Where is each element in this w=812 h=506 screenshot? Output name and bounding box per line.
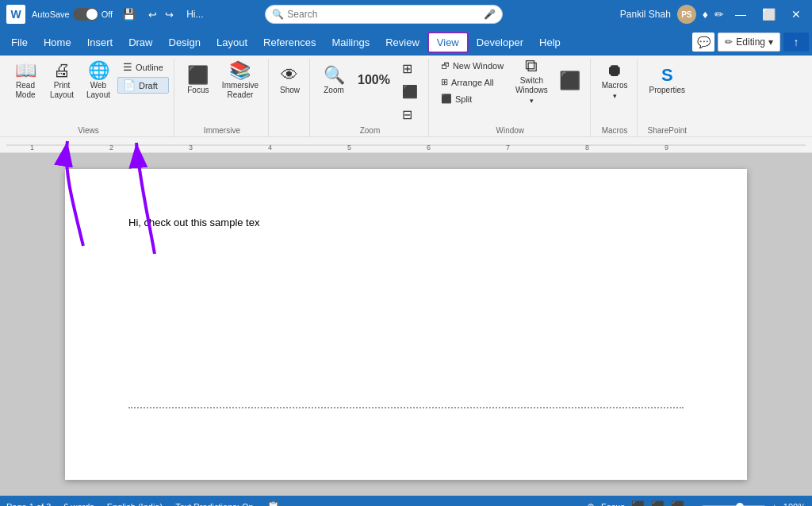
- search-input[interactable]: [287, 9, 481, 20]
- redo-button[interactable]: ↪: [162, 7, 177, 22]
- search-box[interactable]: 🔍 🎤: [265, 5, 503, 24]
- print-layout-icon: 🖨: [53, 62, 71, 79]
- read-mode-button[interactable]: 📖 ReadMode: [8, 59, 43, 103]
- immersive-group-label: Immersive: [204, 126, 240, 135]
- arrange-all-icon: ⊞: [441, 77, 448, 87]
- svg-text:6: 6: [427, 144, 431, 151]
- language-indicator: English (India): [107, 502, 163, 506]
- read-mode-icon: 📖: [15, 62, 36, 79]
- document-page: Hi, check out this sample tex: [65, 169, 747, 480]
- menu-mailings[interactable]: Mailings: [324, 33, 378, 52]
- zoom-group-label: Zoom: [360, 126, 381, 135]
- editing-chevron-icon: ▾: [768, 36, 773, 48]
- document-area[interactable]: Hi, check out this sample tex: [0, 153, 812, 496]
- draft-button[interactable]: 📄 Draft: [117, 77, 169, 94]
- autosave-switch[interactable]: [73, 8, 98, 21]
- share-button[interactable]: ↑: [783, 33, 809, 52]
- menu-view[interactable]: View: [427, 32, 469, 53]
- zoom-one-button[interactable]: ⊟: [396, 105, 423, 125]
- svg-text:5: 5: [347, 144, 351, 151]
- track-changes-icon: 📋: [266, 500, 280, 506]
- page-indicator: Page 1 of 3: [6, 502, 51, 506]
- new-window-button[interactable]: 🗗 New Window: [435, 59, 509, 73]
- document-text[interactable]: Hi, check out this sample tex: [128, 217, 684, 375]
- macros-label: Macros: [602, 81, 628, 90]
- status-bar: Page 1 of 3 6 words English (India) Text…: [0, 496, 812, 506]
- immersive-reader-icon: 📚: [229, 62, 251, 79]
- menu-help[interactable]: Help: [531, 33, 569, 52]
- undo-button[interactable]: ↩: [145, 7, 160, 22]
- immersive-reader-button[interactable]: 📚 ImmersiveReader: [217, 59, 263, 103]
- zoom-out-button[interactable]: −: [691, 502, 695, 506]
- print-layout-button[interactable]: 🖨 PrintLayout: [44, 59, 79, 103]
- switch-windows-chevron-icon: ▾: [530, 97, 534, 105]
- comment-button[interactable]: 💬: [692, 33, 714, 52]
- undo-redo-group: ↩ ↪: [145, 7, 177, 22]
- focus-button[interactable]: ⬛ Focus: [181, 59, 216, 103]
- user-avatar[interactable]: PS: [677, 5, 696, 24]
- split-icon: ⬛: [441, 94, 452, 104]
- show-button[interactable]: 👁 Show: [275, 59, 304, 103]
- menu-references[interactable]: References: [255, 33, 324, 52]
- arrange-all-button[interactable]: ⊞ Arrange All: [435, 75, 509, 90]
- menu-design[interactable]: Design: [161, 33, 209, 52]
- editing-button[interactable]: ✏ Editing ▾: [718, 33, 780, 52]
- close-button[interactable]: ✕: [787, 6, 806, 22]
- page-break: [128, 407, 684, 408]
- save-button[interactable]: 💾: [119, 5, 139, 24]
- switch-windows-button[interactable]: ⧉ SwitchWindows ▾: [511, 59, 553, 103]
- properties-label: Properties: [649, 86, 685, 95]
- macros-group-label: Macros: [602, 126, 628, 135]
- title-bar: W AutoSave Off 💾 ↩ ↪ Hi... 🔍 🎤 Pankil Sh…: [0, 0, 812, 29]
- zoom-icon: 🔍: [324, 67, 345, 84]
- ribbon-group-zoom: 🔍 Zoom 100% ⊞ ⬛ ⊟ Zoom: [312, 59, 429, 136]
- window-small-col: 🗗 New Window ⊞ Arrange All ⬛ Split: [435, 59, 509, 106]
- split-button[interactable]: ⬛ Split: [435, 91, 509, 106]
- pen-icon: ✏: [714, 8, 724, 21]
- autosave-toggle[interactable]: AutoSave Off: [32, 8, 113, 21]
- editing-label: Editing: [736, 36, 765, 48]
- properties-button[interactable]: S Properties: [644, 59, 690, 103]
- menu-home[interactable]: Home: [36, 33, 79, 52]
- view-icon-2[interactable]: ⬛: [651, 500, 665, 506]
- restore-button[interactable]: ⬜: [757, 6, 780, 22]
- zoom-thumb: [736, 503, 744, 506]
- status-bar-right: ⊕ Focus ⬛ ⬛ ⬛ − + 100%: [587, 500, 806, 506]
- view-icon-1[interactable]: ⬛: [631, 500, 645, 506]
- menu-developer[interactable]: Developer: [469, 33, 531, 52]
- zoom-width-button[interactable]: ⬛: [396, 82, 423, 102]
- macros-button[interactable]: ⏺ Macros ▾: [597, 59, 633, 103]
- zoom-in-button[interactable]: +: [772, 502, 776, 506]
- zoom-100-button[interactable]: 100%: [353, 59, 395, 103]
- zoom-page-button[interactable]: ⊞: [396, 59, 423, 79]
- window-group-label: Window: [496, 126, 525, 135]
- window-extra-button[interactable]: ⬛: [554, 59, 585, 103]
- menu-layout[interactable]: Layout: [209, 33, 255, 52]
- menu-insert[interactable]: Insert: [79, 33, 121, 52]
- arrange-all-label: Arrange All: [451, 78, 494, 87]
- web-layout-label: WebLayout: [86, 81, 110, 100]
- menu-bar: File Home Insert Draw Design Layout Refe…: [0, 29, 812, 56]
- mic-icon: 🎤: [484, 9, 496, 20]
- minimize-button[interactable]: —: [730, 6, 751, 22]
- svg-text:1: 1: [30, 144, 34, 151]
- print-layout-label: PrintLayout: [50, 81, 74, 100]
- zoom-small-col: ⊞ ⬛ ⊟: [396, 59, 423, 125]
- menu-draw[interactable]: Draw: [121, 33, 160, 52]
- view-icon-3[interactable]: ⬛: [671, 500, 684, 506]
- menu-file[interactable]: File: [3, 33, 36, 52]
- focus-icon: ⬛: [187, 67, 209, 84]
- ribbon-group-views: 📖 ReadMode 🖨 PrintLayout 🌐 WebLayout ☰ O…: [3, 59, 174, 136]
- menu-review[interactable]: Review: [377, 33, 427, 52]
- svg-text:7: 7: [506, 144, 510, 151]
- outline-button[interactable]: ☰ Outline: [117, 59, 169, 75]
- zoom-buttons: 🔍 Zoom 100% ⊞ ⬛ ⊟: [316, 59, 423, 125]
- new-window-icon: 🗗: [441, 61, 450, 71]
- zoom-button[interactable]: 🔍 Zoom: [316, 59, 351, 103]
- zoom-100-icon: 100%: [358, 74, 390, 86]
- web-layout-icon: 🌐: [88, 62, 109, 79]
- ribbon-group-window: 🗗 New Window ⊞ Arrange All ⬛ Split ⧉ Swi…: [431, 59, 591, 136]
- svg-text:8: 8: [585, 144, 589, 151]
- ribbon-group-sharepoint: S Properties SharePoint: [639, 59, 695, 136]
- web-layout-button[interactable]: 🌐 WebLayout: [81, 59, 116, 103]
